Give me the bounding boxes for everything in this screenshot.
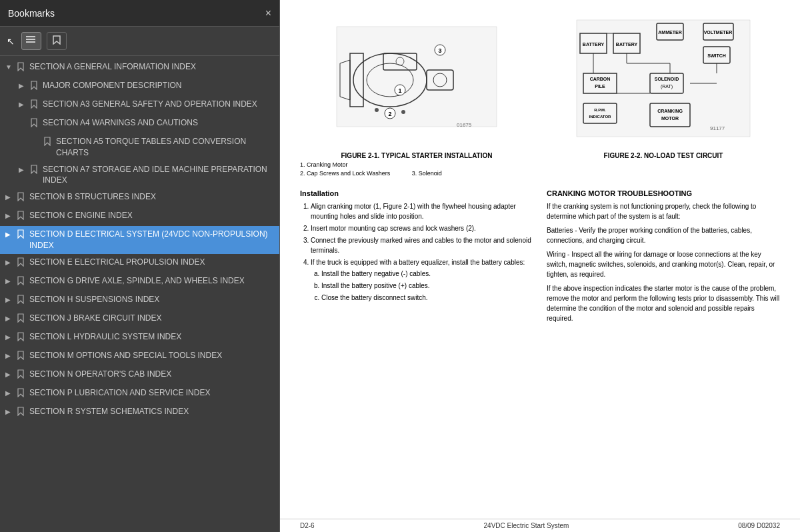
list-icon [26,35,37,45]
bookmark-flag-icon [17,407,27,419]
bookmark-flag-icon [31,165,40,177]
svg-text:1: 1 [398,87,401,94]
svg-point-11 [401,110,405,114]
install-step-4: If the truck is equipped with a battery … [311,257,533,303]
expand-arrow-icon: ▶ [5,351,15,361]
document-content: 1 2 3 01675 FIGURE 2-1. TYPICAL STARTER … [280,0,800,519]
sidebar-item-sec-n[interactable]: ▶SECTION N OPERATOR'S CAB INDEX [0,366,279,385]
svg-text:SWITCH: SWITCH [707,53,726,58]
installation-title: Installation [300,189,533,197]
bookmark-flag-icon [17,369,27,382]
content-right: CRANKING MOTOR TROUBLESHOOTING If the cr… [547,184,780,327]
figures-row: 1 2 3 01675 FIGURE 2-1. TYPICAL STARTER … [300,13,780,177]
bookmark-flag-icon [31,81,40,93]
sidebar-item-label: SECTION H SUSPENSIONS INDEX [29,294,275,305]
sidebar-item-sec-e[interactable]: ▶SECTION E ELECTRICAL PROPULSION INDEX [0,254,279,273]
svg-point-10 [375,108,379,112]
expand-arrow-icon: ▶ [5,211,15,221]
bookmark-flag-icon [17,62,27,75]
sidebar-item-sec-a4[interactable]: SECTION A4 WARNINGS AND CAUTIONS [0,115,279,133]
figure-2-caption: FIGURE 2-2. NO-LOAD TEST CIRCUIT [547,152,780,159]
expand-arrow-icon: ▶ [19,165,28,175]
svg-text:(RAT): (RAT) [661,84,673,89]
bookmark-flag-icon [17,313,27,326]
sidebar-title: Bookmarks [8,8,55,19]
figure-2-svg: AMMETER VOLTMETER BATTERY BATTERY SWITCH [547,13,780,147]
sidebar-item-label: SECTION A3 GENERAL SAFETY AND OPERATION … [43,99,275,110]
expand-arrow-icon: ▶ [5,314,15,323]
sidebar-item-label: SECTION C ENGINE INDEX [29,210,275,221]
troubleshoot-p1: If the cranking system is not functionin… [547,201,780,221]
sidebar-item-sec-d[interactable]: ▶SECTION D ELECTRICAL SYSTEM (24VDC NON-… [0,226,279,254]
expand-arrow-icon: ▶ [5,389,15,398]
sidebar-item-label: SECTION R SYSTEM SCHEMATICS INDEX [29,406,275,417]
sidebar-item-label: SECTION P LUBRICATION AND SERVICE INDEX [29,387,275,399]
expand-arrow-icon: ▼ [5,63,15,72]
installation-steps: Align cranking motor (1, Figure 2-1) wit… [300,201,533,303]
sidebar-item-sec-a[interactable]: ▼SECTION A GENERAL INFORMATION INDEX [0,59,279,77]
bookmark-flag-icon [31,118,40,131]
sidebar-item-label: SECTION B STRUCTURES INDEX [29,191,275,203]
sidebar-item-label: SECTION N OPERATOR'S CAB INDEX [29,369,275,380]
troubleshoot-p2: If the above inspection indicates the st… [547,283,780,323]
bookmarks-view-button[interactable] [21,32,41,50]
bookmark-flag-icon [17,332,27,345]
close-button[interactable]: × [265,7,271,19]
expand-arrow-icon: ▶ [5,193,15,202]
content-left: Installation Align cranking motor (1, Fi… [300,184,533,327]
svg-text:R.P.M.: R.P.M. [594,108,606,112]
footer-date: 08/09 D02032 [738,522,780,529]
bookmark-flag-icon [17,276,27,289]
sidebar-item-major-component[interactable]: ▶MAJOR COMPONENT DESCRIPTION [0,77,279,96]
figure-1-box: 1 2 3 01675 FIGURE 2-1. TYPICAL STARTER … [300,13,533,177]
svg-rect-3 [337,27,497,127]
svg-text:INDICATOR: INDICATOR [589,115,611,119]
sidebar-item-label: SECTION J BRAKE CIRCUIT INDEX [29,313,275,324]
bookmark-flag-icon [44,137,53,149]
svg-text:2: 2 [388,111,391,117]
footer-page: D2-6 [300,522,315,529]
sidebar-item-sec-p[interactable]: ▶SECTION P LUBRICATION AND SERVICE INDEX [0,385,279,403]
sidebar-item-sec-b[interactable]: ▶SECTION B STRUCTURES INDEX [0,189,279,207]
svg-text:91177: 91177 [710,125,725,131]
sidebar-item-sec-l[interactable]: ▶SECTION L HYDRAULIC SYSTEM INDEX [0,329,279,347]
sidebar-item-label: SECTION M OPTIONS AND SPECIAL TOOLS INDE… [29,350,275,361]
install-step-1: Align cranking motor (1, Figure 2-1) wit… [311,201,533,221]
install-sub-a: Install the battery negative (-) cables. [321,269,533,279]
install-sub-steps: Install the battery negative (-) cables.… [311,269,533,303]
sidebar-item-sec-r[interactable]: ▶SECTION R SYSTEM SCHEMATICS INDEX [0,403,279,422]
expand-arrow-icon: ▶ [5,295,15,305]
install-sub-c: Close the battery disconnect switch. [321,293,533,303]
figure-1-caption: FIGURE 2-1. TYPICAL STARTER INSTALLATION [300,152,533,159]
page-thumbs-button[interactable] [47,32,67,50]
svg-rect-0 [26,36,35,37]
bookmark-flag-icon [17,257,27,270]
svg-text:01675: 01675 [457,122,472,128]
sidebar-item-sec-m[interactable]: ▶SECTION M OPTIONS AND SPECIAL TOOLS IND… [0,347,279,366]
sidebar-item-sec-j[interactable]: ▶SECTION J BRAKE CIRCUIT INDEX [0,310,279,329]
sidebar-item-sec-h[interactable]: ▶SECTION H SUSPENSIONS INDEX [0,291,279,310]
sidebar-item-sec-a5[interactable]: SECTION A5 TORQUE TABLES AND CONVERSION … [0,133,279,161]
expand-arrow-icon: ▶ [5,370,15,379]
expand-arrow-icon: ▶ [19,100,28,109]
expand-arrow-icon: ▶ [5,333,15,342]
sidebar-item-sec-a7[interactable]: ▶SECTION A7 STORAGE AND IDLE MACHINE PRE… [0,161,279,189]
troubleshoot-title: CRANKING MOTOR TROUBLESHOOTING [547,189,780,197]
footer-title: 24VDC Electric Start System [484,522,569,529]
sidebar-toolbar: ↖ [0,27,279,56]
svg-rect-1 [26,39,35,40]
document-footer: D2-6 24VDC Electric Start System 08/09 D… [280,519,800,532]
svg-text:SOLENOID: SOLENOID [655,77,679,81]
bookmark-flag-icon [17,388,27,401]
sidebar-header: Bookmarks × [0,0,279,27]
bookmark-list: ▼SECTION A GENERAL INFORMATION INDEX▶MAJ… [0,56,279,532]
sidebar-item-label: SECTION A7 STORAGE AND IDLE MACHINE PREP… [43,164,275,187]
figure-1-svg: 1 2 3 01675 [300,13,533,147]
svg-text:VOLTMETER: VOLTMETER [704,30,733,35]
document-panel: 1 2 3 01675 FIGURE 2-1. TYPICAL STARTER … [280,0,800,532]
sidebar-item-sec-g[interactable]: ▶SECTION G DRIVE AXLE, SPINDLE, AND WHEE… [0,273,279,291]
sidebar-item-sec-a3[interactable]: ▶SECTION A3 GENERAL SAFETY AND OPERATION… [0,96,279,115]
install-step-2: Insert motor mounting cap screws and loc… [311,223,533,233]
sidebar-item-label: SECTION A4 WARNINGS AND CAUTIONS [43,117,275,129]
sidebar-item-sec-c[interactable]: ▶SECTION C ENGINE INDEX [0,207,279,226]
